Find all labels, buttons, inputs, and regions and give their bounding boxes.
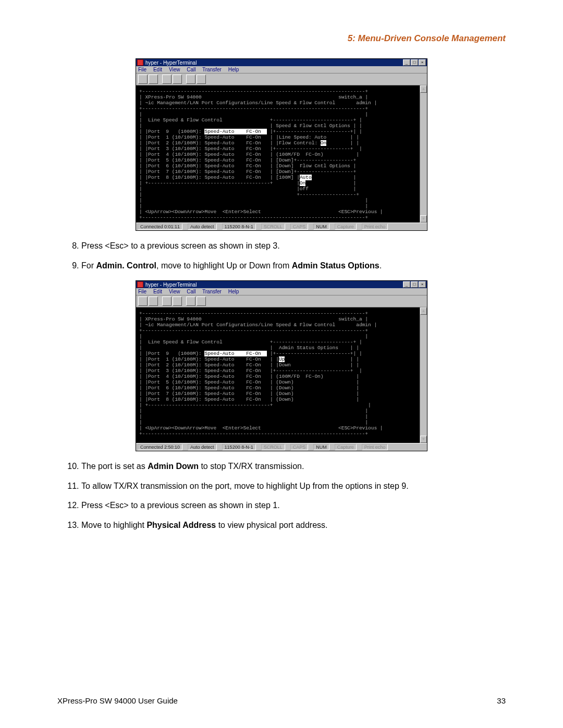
status-num: NUM xyxy=(313,224,329,230)
status-capture: Capture xyxy=(335,444,357,450)
toolbar xyxy=(136,295,427,307)
status-scroll: SCROLL xyxy=(261,224,285,230)
toolbar-open-icon[interactable] xyxy=(149,75,158,84)
step-13: Move to highlight Physical Address to vi… xyxy=(81,520,506,531)
chapter-header: 5: Menu-Driven Console Management xyxy=(57,33,506,44)
toolbar-open-icon[interactable] xyxy=(149,297,158,306)
selected-port-speed: Speed-Auto FC-On xyxy=(204,351,267,356)
toolbar-send-icon[interactable] xyxy=(186,75,195,84)
toolbar-properties-icon[interactable] xyxy=(197,75,206,84)
hyperterminal-window-1: hyper - HyperTerminal _ □ × File Edit Vi… xyxy=(136,58,427,231)
menu-view[interactable]: View xyxy=(169,289,180,294)
maximize-button[interactable]: □ xyxy=(411,59,418,66)
titlebar: hyper - HyperTerminal _ □ × xyxy=(136,281,427,288)
status-num: NUM xyxy=(313,444,329,450)
step-10: The port is set as Admin Down to stop TX… xyxy=(81,461,506,472)
statusbar: Connected 0:01:11 Auto detect 115200 8-N… xyxy=(136,223,427,230)
scroll-up-icon[interactable]: ▲ xyxy=(420,85,427,93)
app-icon xyxy=(137,59,143,66)
status-baud: 115200 8-N-1 xyxy=(222,444,256,450)
toolbar-send-icon[interactable] xyxy=(186,297,195,306)
flow-control-value: On xyxy=(321,140,326,146)
status-caps: CAPS xyxy=(290,224,309,230)
app-icon xyxy=(137,281,143,288)
terminal-output: +---------------------------------------… xyxy=(136,307,427,443)
window-title: hyper - HyperTerminal xyxy=(145,60,403,66)
menu-edit[interactable]: Edit xyxy=(153,289,162,294)
toolbar-disconnect-icon[interactable] xyxy=(173,75,182,84)
step-12: Press <Esc> to a previous screen as show… xyxy=(81,500,506,511)
menu-call[interactable]: Call xyxy=(187,67,195,72)
menu-transfer[interactable]: Transfer xyxy=(202,67,222,72)
step-8: Press <Esc> to a previous screen as show… xyxy=(81,240,506,252)
scroll-down-icon[interactable]: ▼ xyxy=(420,436,427,443)
menu-view[interactable]: View xyxy=(169,67,180,72)
status-autodetect: Auto detect xyxy=(188,224,217,230)
page-number: 33 xyxy=(497,696,506,705)
footer-title: XPress-Pro SW 94000 User Guide xyxy=(57,696,178,705)
status-baud: 115200 8-N-1 xyxy=(222,224,256,230)
page-footer: XPress-Pro SW 94000 User Guide 33 xyxy=(57,696,506,705)
menu-file[interactable]: File xyxy=(138,289,146,294)
scroll-down-icon[interactable]: ▼ xyxy=(420,215,427,223)
instruction-list-2: The port is set as Admin Down to stop TX… xyxy=(81,461,506,530)
fc-option-off[interactable]: off xyxy=(300,186,309,192)
menu-file[interactable]: File xyxy=(138,67,146,72)
menu-help[interactable]: Help xyxy=(228,289,239,294)
scrollbar[interactable]: ▲▼ xyxy=(420,307,427,443)
titlebar: hyper - HyperTerminal _ □ × xyxy=(136,59,427,66)
admin-option-up[interactable]: Up xyxy=(279,356,285,362)
scrollbar[interactable]: ▲▼ xyxy=(420,85,427,223)
instruction-list-1: Press <Esc> to a previous screen as show… xyxy=(81,240,506,271)
selected-port-speed: Speed-Auto FC-On xyxy=(204,129,267,134)
step-9: For Admin. Control, move to highlight Up… xyxy=(81,260,506,272)
hyperterminal-window-2: hyper - HyperTerminal _ □ × File Edit Vi… xyxy=(136,280,427,451)
menu-help[interactable]: Help xyxy=(228,67,239,72)
status-printecho: Print echo xyxy=(362,444,388,450)
status-capture: Capture xyxy=(335,224,357,230)
status-caps: CAPS xyxy=(290,444,309,450)
status-connected: Connected 0:01:11 xyxy=(138,224,182,230)
menubar[interactable]: File Edit View Call Transfer Help xyxy=(136,66,427,73)
toolbar-new-icon[interactable] xyxy=(138,75,148,84)
status-autodetect: Auto detect xyxy=(188,444,217,450)
status-connected: Connected 2:50:10 xyxy=(138,444,182,450)
status-scroll: SCROLL xyxy=(261,444,285,450)
toolbar-properties-icon[interactable] xyxy=(197,297,206,306)
toolbar-disconnect-icon[interactable] xyxy=(173,297,182,306)
menubar[interactable]: File Edit View Call Transfer Help xyxy=(136,288,427,295)
step-11: To allow TX/RX transmission on the port,… xyxy=(81,480,506,492)
terminal-output: +---------------------------------------… xyxy=(136,85,427,223)
scroll-up-icon[interactable]: ▲ xyxy=(420,307,427,315)
statusbar: Connected 2:50:10 Auto detect 115200 8-N… xyxy=(136,443,427,451)
admin-option-down[interactable]: Down xyxy=(279,362,291,368)
menu-call[interactable]: Call xyxy=(187,289,195,294)
toolbar-connect-icon[interactable] xyxy=(162,297,172,306)
toolbar-connect-icon[interactable] xyxy=(162,75,172,84)
toolbar xyxy=(136,73,427,85)
minimize-button[interactable]: _ xyxy=(403,59,410,66)
close-button[interactable]: × xyxy=(419,59,426,66)
toolbar-new-icon[interactable] xyxy=(138,297,148,306)
window-title: hyper - HyperTerminal xyxy=(145,282,403,288)
minimize-button[interactable]: _ xyxy=(403,281,410,288)
maximize-button[interactable]: □ xyxy=(411,281,418,288)
menu-edit[interactable]: Edit xyxy=(153,67,162,72)
fc-option-on[interactable]: On xyxy=(300,180,305,186)
status-printecho: Print echo xyxy=(362,224,388,230)
fc-option-auto[interactable]: Auto xyxy=(300,175,312,180)
menu-transfer[interactable]: Transfer xyxy=(202,289,222,294)
close-button[interactable]: × xyxy=(419,281,426,288)
